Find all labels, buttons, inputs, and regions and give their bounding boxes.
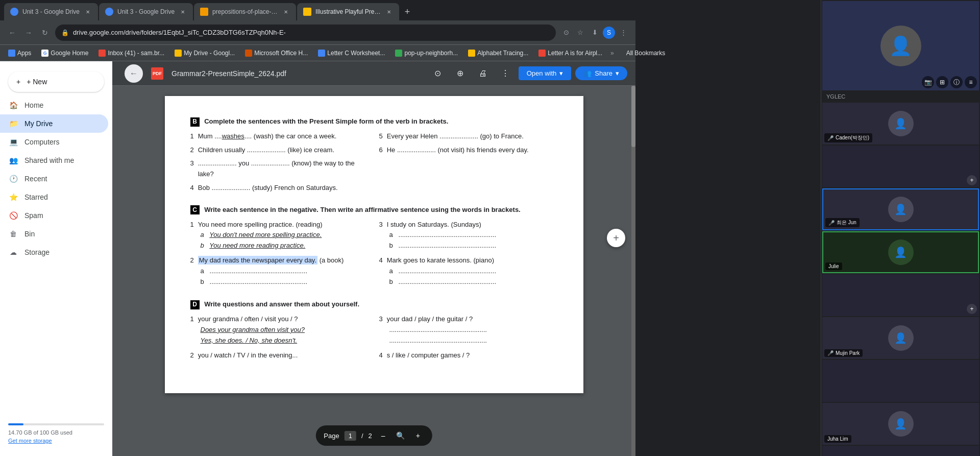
tab-2[interactable]: Unit 3 - Google Drive ✕ <box>99 3 193 20</box>
zoom-in-button[interactable]: + <box>412 429 424 442</box>
new-label: + New <box>27 78 47 86</box>
sidebar-item-shared[interactable]: 👥 Shared with me <box>0 151 108 170</box>
tab-1-close[interactable]: ✕ <box>84 8 92 16</box>
item-c4-num: 4 <box>379 255 383 266</box>
storage-link[interactable]: Get more storage <box>8 438 104 444</box>
item-c2-num: 2 <box>190 255 194 266</box>
tab-1[interactable]: Unit 3 - Google Drive ✕ <box>4 3 98 20</box>
caden-mic-icon: 🎤 <box>827 135 834 141</box>
bookmark-lettera-label: Letter A is for Airpl... <box>548 50 602 57</box>
section-d: D Write questions and answer them about … <box>190 299 558 365</box>
empty-2-add[interactable]: + <box>967 304 977 314</box>
sidebar-item-storage[interactable]: ☁ Storage <box>0 243 108 261</box>
bookmark-office[interactable]: Microsoft Office H... <box>241 47 312 59</box>
bookmark-popup[interactable]: pop-up-neighborh... <box>391 47 462 59</box>
item-c4-sub-b: b ......................................… <box>389 277 558 287</box>
toolbar-scan-button[interactable]: ⊙ <box>429 64 447 83</box>
bookmark-google-home[interactable]: G Google Home <box>37 47 92 59</box>
camera-toggle[interactable]: 📷 <box>922 76 934 88</box>
bookmark-all-bookmarks[interactable]: All Bookmarks <box>622 47 670 59</box>
cast-button[interactable]: ⊙ <box>560 27 572 39</box>
bookmark-apps[interactable]: Apps <box>4 47 35 59</box>
share-chevron: ▾ <box>616 69 619 77</box>
juha-avatar: 👤 <box>888 411 914 437</box>
grid-toggle[interactable]: ⊞ <box>936 76 948 88</box>
open-with-button[interactable]: Open with ▾ <box>519 66 572 80</box>
bookmark-button[interactable]: ☆ <box>574 27 586 39</box>
item-d2-num: 2 <box>190 350 194 361</box>
bookmark-lettera[interactable]: Letter A is for Airpl... <box>534 47 606 59</box>
back-button[interactable]: ← <box>6 27 18 39</box>
info-toggle[interactable]: ⓘ <box>950 76 963 88</box>
item-d1-text: your grandma / often / visit you / ? <box>198 314 298 325</box>
page-separator: / <box>361 432 363 440</box>
sidebar-spam-label: Spam <box>24 211 43 220</box>
toolbar-more-button[interactable]: ⋮ <box>496 64 514 83</box>
item-d3-text: your dad / play / the guitar / ? <box>387 314 473 325</box>
main-video: 👤 📷 ⊞ ⓘ ≡ <box>822 1 979 90</box>
section-d-col1: 1 your grandma / often / visit you / ? D… <box>190 314 369 365</box>
sidebar-item-bin[interactable]: 🗑 Bin <box>0 225 108 243</box>
item-c3-text: I study on Saturdays. (Sundays) <box>387 220 481 230</box>
mujin-mic-icon: 🎤 <box>827 350 834 356</box>
bookmark-alphabet[interactable]: Alphabet Tracing... <box>464 47 532 59</box>
item-1-num: 1 <box>190 131 194 142</box>
tab-2-close[interactable]: ✕ <box>179 8 187 16</box>
sidebar-item-spam[interactable]: 🚫 Spam <box>0 206 108 225</box>
tab-3-favicon <box>200 8 208 16</box>
address-bar[interactable]: 🔒 drive.google.com/drive/folders/1EqbtJ_… <box>55 25 556 41</box>
sidebar-item-home[interactable]: 🏠 Home <box>0 96 108 114</box>
item-d1-sub-b: Yes, she does. / No, she doesn't. <box>201 335 369 346</box>
panel-toggle[interactable]: ≡ <box>965 76 977 88</box>
profile-button[interactable]: S <box>603 27 615 39</box>
download-button[interactable]: ⬇ <box>589 27 601 39</box>
add-floating-button[interactable]: + <box>607 229 625 247</box>
bookmark-inbox[interactable]: Inbox (41) - sam.br... <box>94 47 168 59</box>
page-current[interactable]: 1 <box>345 431 356 441</box>
toolbar-add-button[interactable]: ⊕ <box>451 64 470 83</box>
office-favicon <box>245 50 252 57</box>
item-5-num: 5 <box>379 131 383 142</box>
tab-4-close[interactable]: ✕ <box>385 8 393 16</box>
tab-4-favicon <box>303 8 311 16</box>
menu-button[interactable]: ⋮ <box>617 27 629 39</box>
pdf-scroll-area[interactable]: B Complete the sentences with the Presen… <box>112 86 635 456</box>
new-tab-button[interactable]: + <box>400 5 414 19</box>
new-button[interactable]: + + New <box>8 71 104 92</box>
bookmarks-more[interactable]: » <box>610 50 614 57</box>
reload-button[interactable]: ↻ <box>39 27 51 39</box>
item-4-num: 4 <box>190 183 194 194</box>
sidebar-item-recent[interactable]: 🕐 Recent <box>0 170 108 188</box>
item-c2-sub-a: a ......................................… <box>201 266 369 277</box>
pdf-back-button[interactable]: ← <box>125 64 143 83</box>
sidebar-item-my-drive[interactable]: 📁 My Drive <box>0 114 108 133</box>
tab-3-close[interactable]: ✕ <box>282 8 290 16</box>
shared-icon: 👥 <box>8 155 18 165</box>
inbox-favicon <box>99 50 106 57</box>
tab-4[interactable]: Illustrative Playful Prepositio... ✕ <box>297 3 399 20</box>
bookmark-inbox-label: Inbox (41) - sam.br... <box>108 50 164 57</box>
sidebar-item-computers[interactable]: 💻 Computers <box>0 133 108 151</box>
tab-4-label: Illustrative Playful Prepositio... <box>315 8 381 15</box>
sidebar-item-starred[interactable]: ⭐ Starred <box>0 188 108 206</box>
item-6-text: He ..................... (not visit) his… <box>387 145 529 156</box>
section-d-item-3-subs: ........................................… <box>389 325 558 346</box>
forward-button[interactable]: → <box>22 27 35 39</box>
scrollbar-thumb[interactable] <box>631 86 635 147</box>
caden-avatar: 👤 <box>888 111 914 136</box>
storage-icon: ☁ <box>8 247 18 257</box>
google-home-favicon: G <box>41 50 48 57</box>
item-2-text: Children usually ..................... (… <box>198 145 334 156</box>
bookmark-letterc[interactable]: Letter C Worksheet... <box>314 47 389 59</box>
mujin-badge: 🎤 Mujin Park <box>824 349 863 357</box>
share-button[interactable]: 👥 Share ▾ <box>575 66 627 80</box>
bookmark-mydrive[interactable]: My Drive - Googl... <box>170 47 239 59</box>
bookmark-apps-label: Apps <box>17 50 31 57</box>
tab-bar: Unit 3 - Google Drive ✕ Unit 3 - Google … <box>0 0 635 20</box>
empty-1-add[interactable]: + <box>967 175 977 185</box>
tab-3[interactable]: prepositions-of-place-in-engl... ✕ <box>194 3 296 20</box>
zoom-icon[interactable]: 🔍 <box>395 429 407 442</box>
toolbar-print-button[interactable]: 🖨 <box>474 64 492 83</box>
zoom-out-button[interactable]: – <box>377 429 389 442</box>
pdf-document: B Complete the sentences with the Presen… <box>112 86 635 403</box>
